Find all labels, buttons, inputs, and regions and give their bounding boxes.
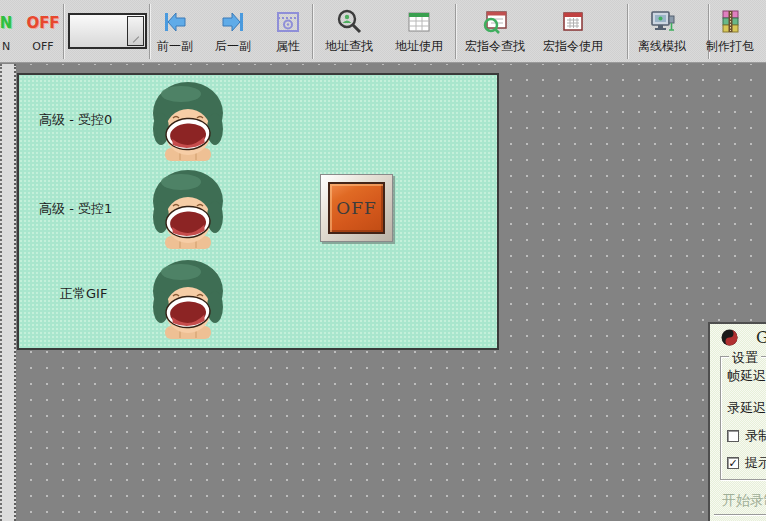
properties-label: 属性 bbox=[266, 38, 310, 55]
macro-find-button[interactable]: 宏指令查找 bbox=[460, 6, 530, 60]
make-package-label: 制作打包 bbox=[700, 38, 760, 55]
properties-button[interactable]: 属性 bbox=[266, 6, 310, 60]
on-indicator-text: N bbox=[0, 14, 18, 32]
address-usage-label: 地址使用 bbox=[388, 38, 450, 55]
arrow-right-bar-icon bbox=[219, 8, 247, 36]
record-checkbox-label: 录制 bbox=[745, 427, 766, 445]
design-canvas[interactable]: 高级 - 受控0 高级 - 受控1 正常GIF OFF bbox=[17, 73, 499, 350]
toolbar-separator bbox=[312, 4, 314, 59]
monitor-icon bbox=[648, 8, 676, 36]
combobox-dropdown-button[interactable] bbox=[127, 16, 144, 46]
dialog-divider bbox=[714, 514, 766, 516]
settings-groupbox: 设置 帧延迟 录延迟 录制 ✓ 提示 bbox=[720, 356, 766, 480]
frame-delay-label: 帧延迟 bbox=[727, 367, 766, 385]
screen-select-combobox[interactable] bbox=[68, 13, 147, 49]
toolbar-separator bbox=[627, 4, 629, 59]
record-option-row: 录制 bbox=[727, 427, 766, 445]
toolbar-separator bbox=[149, 4, 151, 59]
address-find-button[interactable]: 地址查找 bbox=[318, 6, 380, 60]
off-toggle-face: OFF bbox=[328, 182, 385, 234]
dialog-title: GI bbox=[756, 328, 766, 347]
address-find-label: 地址查找 bbox=[318, 38, 380, 55]
dialog-titlebar[interactable]: GI bbox=[714, 324, 766, 352]
widget-label-normal-gif[interactable]: 正常GIF bbox=[60, 285, 107, 303]
next-screen-label: 后一副 bbox=[210, 38, 256, 55]
off-button-label: OFF bbox=[22, 40, 64, 53]
monkey-gif-widget-2[interactable] bbox=[150, 258, 226, 340]
table-icon bbox=[405, 8, 433, 36]
macro-usage-button[interactable]: 宏指令使用 bbox=[538, 6, 608, 60]
magnifier-person-icon bbox=[335, 8, 363, 36]
address-usage-button[interactable]: 地址使用 bbox=[388, 6, 450, 60]
main-toolbar: N N OFF OFF 前一副 后一副 属性 bbox=[0, 0, 766, 63]
macro-usage-label: 宏指令使用 bbox=[538, 38, 608, 55]
make-package-button[interactable]: 制作打包 bbox=[700, 6, 760, 60]
archive-package-icon bbox=[716, 8, 744, 36]
record-delay-label: 录延迟 bbox=[727, 399, 766, 417]
window-gear-icon bbox=[274, 8, 302, 36]
on-button-label: N bbox=[0, 40, 18, 53]
gif-recorder-dialog: GI 设置 帧延迟 录延迟 录制 ✓ 提示 开始录制 bbox=[708, 322, 766, 521]
off-indicator-text: OFF bbox=[22, 14, 64, 32]
record-checkbox[interactable] bbox=[727, 430, 739, 442]
widget-label-controlled-0[interactable]: 高级 - 受控0 bbox=[39, 111, 112, 129]
monkey-gif-widget-0[interactable] bbox=[150, 80, 226, 162]
widget-label-controlled-1[interactable]: 高级 - 受控1 bbox=[39, 200, 112, 218]
calendar-icon bbox=[559, 8, 587, 36]
previous-screen-button[interactable]: 前一副 bbox=[152, 6, 198, 60]
off-toggle-widget[interactable]: OFF bbox=[320, 174, 393, 242]
offline-simulation-button[interactable]: 离线模拟 bbox=[632, 6, 692, 60]
settings-group-title: 设置 bbox=[729, 349, 761, 367]
arrow-left-bar-icon bbox=[161, 8, 189, 36]
off-state-button[interactable]: OFF OFF bbox=[22, 6, 64, 60]
workarea-left-edge bbox=[0, 64, 16, 521]
previous-screen-label: 前一副 bbox=[152, 38, 198, 55]
on-state-button[interactable]: N N bbox=[0, 6, 18, 60]
yinyang-app-icon bbox=[721, 329, 738, 346]
offline-simulation-label: 离线模拟 bbox=[632, 38, 692, 55]
macro-find-label: 宏指令查找 bbox=[460, 38, 530, 55]
toolbar-separator bbox=[63, 4, 65, 59]
start-record-button[interactable]: 开始录制 bbox=[722, 492, 766, 510]
next-screen-button[interactable]: 后一副 bbox=[210, 6, 256, 60]
prompt-checkbox-label: 提示 bbox=[745, 454, 766, 472]
toolbar-separator bbox=[455, 4, 457, 59]
prompt-checkbox[interactable]: ✓ bbox=[727, 457, 739, 469]
monkey-gif-widget-1[interactable] bbox=[150, 168, 226, 250]
editor-workarea: 高级 - 受控0 高级 - 受控1 正常GIF OFF GI 设置 帧延迟 录延… bbox=[0, 64, 766, 521]
prompt-option-row: ✓ 提示 bbox=[727, 454, 766, 472]
table-magnifier-icon bbox=[481, 8, 509, 36]
off-toggle-label: OFF bbox=[336, 198, 377, 218]
